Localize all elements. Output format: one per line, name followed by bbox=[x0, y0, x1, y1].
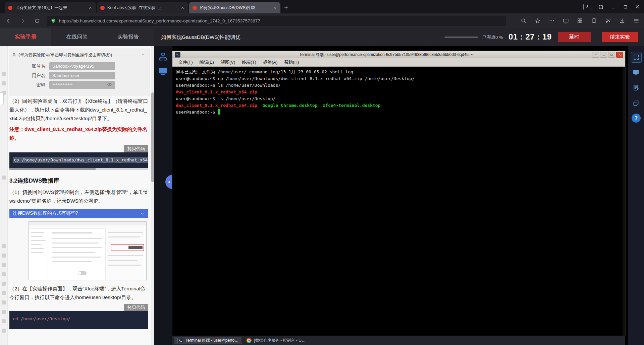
manual-scrollbar-thumb[interactable] bbox=[151, 92, 154, 182]
bookmarks-icon[interactable] bbox=[591, 18, 597, 24]
media-icon[interactable] bbox=[563, 18, 569, 24]
theme-icon[interactable] bbox=[598, 4, 604, 10]
minimize-terminal-icon[interactable] bbox=[600, 52, 607, 58]
lab-tab-2[interactable]: 在线问答 bbox=[51, 28, 103, 46]
lab-tab-3[interactable]: 实验报告 bbox=[103, 28, 154, 46]
tab-title: 【有奖征文 第19期】一起来 bbox=[15, 5, 86, 11]
screenshot-icon[interactable] bbox=[605, 18, 611, 24]
account-field-label: 密码: bbox=[9, 82, 47, 88]
step-paragraph: （2）在【实验操作桌面】，双击“Xfce终端”，进入Terminal命令行窗口，… bbox=[9, 284, 148, 302]
section-marker bbox=[2, 291, 6, 295]
account-field-value[interactable]: ************ bbox=[49, 81, 115, 89]
url-bar[interactable]: https://lab.huaweicloud.com/experimental… bbox=[47, 16, 506, 26]
end-experiment-button[interactable]: 结束实验 bbox=[602, 32, 638, 42]
tab-count-badge[interactable]: 3 bbox=[583, 4, 591, 10]
maximize-window-icon[interactable] bbox=[623, 4, 628, 9]
tab-favicon-icon bbox=[8, 6, 12, 10]
browser-tab[interactable]: 如何实现GaussDB(DWS)性能✕ bbox=[189, 2, 280, 13]
terminal-menu-item[interactable]: 编辑(E) bbox=[196, 59, 217, 65]
zoom-icon[interactable] bbox=[521, 18, 527, 24]
terminal-menu-item[interactable]: 帮助(H) bbox=[281, 59, 302, 65]
fullscreen-button[interactable] bbox=[631, 52, 642, 63]
new-tab-button[interactable] bbox=[281, 3, 291, 12]
browser-tab[interactable]: 【有奖征文 第19期】一起来✕ bbox=[5, 2, 96, 13]
taskbar-item-label: [数据仓库服务 - 控制台 - G… bbox=[254, 338, 306, 343]
extend-time-button[interactable]: 延时 bbox=[558, 32, 591, 42]
collapse-panel-handle[interactable]: ◀ bbox=[165, 175, 172, 189]
copy-code-button[interactable]: 拷贝代码 bbox=[124, 145, 148, 152]
lab-tab-1[interactable]: 实验手册 bbox=[0, 28, 51, 46]
manual-content: （2）回到实验室桌面，双击打开【Xfce终端】（请将终端窗口最大化），执行以下命… bbox=[9, 97, 148, 329]
download-icon[interactable] bbox=[619, 18, 625, 24]
remote-desktop[interactable]: >_ Terminal 终端 - user@performance-optimi… bbox=[172, 46, 628, 345]
terminal-menu-item[interactable]: 终端(T) bbox=[238, 59, 260, 65]
browser-navbar: https://lab.huaweicloud.com/experimental… bbox=[0, 13, 644, 28]
terminal-scrollbar[interactable] bbox=[623, 67, 625, 336]
desktop-monitor-icon[interactable] bbox=[158, 67, 168, 76]
favorite-icon[interactable] bbox=[535, 18, 541, 24]
terminal-titlebar[interactable]: >_ Terminal 终端 - user@performance-optimi… bbox=[172, 51, 625, 58]
minimize-window-icon[interactable] bbox=[610, 4, 616, 10]
forward-icon[interactable] bbox=[20, 18, 26, 24]
lab-title: 如何实现GaussDB(DWS)性能调优 bbox=[161, 28, 240, 46]
faq-collapsible[interactable]: 连接DWS数据库的方式有哪些? bbox=[9, 209, 148, 218]
panel-drag-handle[interactable] bbox=[0, 92, 4, 105]
section-marker bbox=[2, 254, 6, 258]
account-field-value[interactable]: Sandbox-user bbox=[49, 72, 115, 79]
terminal-menu-item[interactable]: 文件(F) bbox=[175, 59, 196, 65]
tab-close-icon[interactable]: ✕ bbox=[180, 6, 185, 10]
terminal-line: dws_client_8.1.x_redhat_x64.zip Google C… bbox=[176, 102, 625, 109]
browser-action-icons bbox=[521, 13, 639, 28]
taskbar-item-label: Terminal 终端 - user@perfo… bbox=[185, 338, 238, 343]
manual-panel: (华为云实验账号(单击即可复制至操作桌面剪切板)) 账号名:Sandbox-Vo… bbox=[0, 46, 154, 345]
terminal-output[interactable]: 脚本已启动，文件为 /home/user/.command_log/13-1月-… bbox=[172, 67, 625, 336]
terminal-menu-item[interactable]: 视图(V) bbox=[217, 59, 238, 65]
browser-tab[interactable]: KooLabs云实验_在线实验_上✕ bbox=[97, 2, 188, 13]
account-field-value[interactable]: Sandbox-Voyager195 bbox=[49, 62, 115, 70]
lab-header: 实验手册在线问答实验报告 如何实现GaussDB(DWS)性能调优 已完成0 %… bbox=[0, 28, 644, 46]
chevron-down-icon bbox=[140, 211, 145, 216]
terminal-menu-item[interactable]: 标签(A) bbox=[260, 59, 281, 65]
show-password-eye-icon[interactable] bbox=[107, 82, 112, 87]
help-icon[interactable]: ? bbox=[632, 114, 641, 123]
person-icon bbox=[12, 52, 16, 57]
windows-button[interactable] bbox=[631, 98, 641, 108]
collapse-chevron-icon[interactable] bbox=[141, 52, 146, 57]
back-icon[interactable] bbox=[5, 18, 12, 24]
account-field-label: 账号名: bbox=[9, 63, 47, 69]
terminal-icon: >_ bbox=[175, 52, 180, 58]
divider-strip: ◀ bbox=[154, 46, 172, 345]
remote-desktop-button[interactable] bbox=[631, 67, 641, 77]
tab-title: KooLabs云实验_在线实验_上 bbox=[107, 5, 178, 11]
account-field-row: 密码:************ bbox=[9, 81, 150, 89]
copy-code-button[interactable]: 拷贝代码 bbox=[124, 304, 148, 311]
shade-window-icon[interactable] bbox=[592, 52, 599, 58]
tab-favicon-icon bbox=[193, 6, 197, 10]
taskbar-item[interactable]: [数据仓库服务 - 控制台 - G… bbox=[244, 337, 309, 344]
security-shield-icon[interactable] bbox=[51, 18, 56, 23]
titlebar-controls: 3 bbox=[583, 0, 640, 13]
topology-icon[interactable] bbox=[158, 52, 168, 61]
account-box: (华为云实验账号(单击即可复制至操作桌面剪切板)) 账号名:Sandbox-Vo… bbox=[9, 49, 150, 95]
close-window-icon[interactable] bbox=[635, 4, 640, 9]
menu-icon[interactable] bbox=[633, 18, 639, 24]
account-field-row: 用户名:Sandbox-user bbox=[9, 72, 150, 79]
maximize-terminal-icon[interactable] bbox=[608, 52, 615, 58]
more-icon[interactable] bbox=[549, 18, 555, 24]
manual-screenshot bbox=[29, 221, 147, 280]
terminal-cursor bbox=[218, 109, 220, 115]
taskbar-item[interactable]: >_Terminal 终端 - user@perfo… bbox=[174, 337, 241, 344]
tab-close-icon[interactable]: ✕ bbox=[88, 6, 93, 10]
section-marker bbox=[2, 300, 6, 304]
account-header: (华为云实验账号(单击即可复制至操作桌面剪切板)) bbox=[18, 52, 112, 58]
tab-close-icon[interactable]: ✕ bbox=[273, 6, 277, 10]
countdown-timer: 01 : 27 : 19 bbox=[508, 32, 552, 42]
terminal-title: Terminal 终端 - user@performance-optimizat… bbox=[180, 52, 592, 58]
code-hscrollbar-thumb[interactable] bbox=[9, 168, 96, 170]
apps-icon[interactable] bbox=[577, 18, 583, 24]
close-terminal-icon[interactable] bbox=[616, 52, 623, 58]
refresh-icon[interactable] bbox=[34, 18, 40, 24]
manual-scrollbar[interactable] bbox=[151, 46, 154, 345]
report-button[interactable] bbox=[631, 83, 641, 93]
code-hscrollbar[interactable] bbox=[9, 168, 148, 170]
